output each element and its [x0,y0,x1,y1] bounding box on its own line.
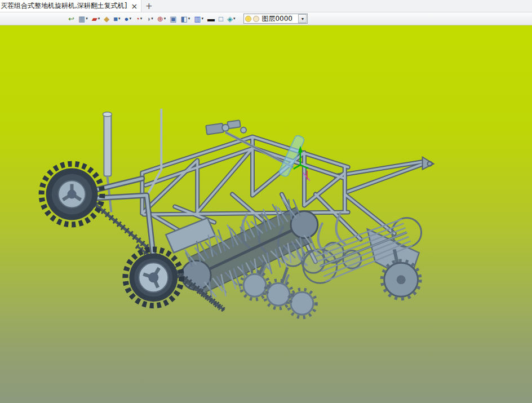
line-width-icon: ▬ [207,15,215,23]
model-viewport[interactable] [0,25,532,403]
hitch-drawbar [334,157,434,192]
layer-panel-icon-button[interactable]: ◈▾ [225,13,237,24]
layer-color-swatch-icon [253,16,259,22]
zoom-window-icon: ▣ [170,15,176,23]
shaded-view-icon-button[interactable]: ●▾ [123,13,133,24]
zoom-target-icon: ⊕ [157,15,163,23]
zoom-window-icon-button[interactable]: ▣ [168,13,178,24]
solid-view-icon-button[interactable]: ■▾ [112,13,122,24]
front-left-wheel [125,249,181,305]
zoom-target-icon-button[interactable]: ⊕▾ [156,13,167,24]
line-width-icon-button[interactable]: ▬ [206,13,216,24]
solid-view-icon: ■ [113,15,118,23]
dropdown-arrow-icon[interactable]: ▾ [98,16,100,21]
rotate-view-icon: ◔ [135,15,140,23]
layer-dropdown-arrow-icon[interactable]: ▾ [298,14,307,23]
tab-title: 灭茬组合式整地机旋耕机,深耕翻土复式机] [1,1,127,11]
dropdown-arrow-icon[interactable]: ▾ [129,16,131,21]
plane-icon: □ [219,15,223,23]
layer-visibility-bulb-icon[interactable] [245,16,251,22]
save-icon-button[interactable]: ▦▾ [77,13,90,24]
shaded-view-icon: ● [125,15,129,23]
layer-selector[interactable]: 图层0000 ▾ [243,14,308,24]
tab-close-icon[interactable]: × [131,2,138,10]
fit-window-icon-button[interactable]: ◧▾ [179,13,192,24]
dropdown-arrow-icon[interactable]: ▾ [188,16,190,21]
dropdown-arrow-icon[interactable]: ▾ [164,16,166,21]
material-cube-icon-button[interactable]: ◆ [102,13,111,24]
dropdown-arrow-icon[interactable]: ▾ [118,16,121,21]
material-cube-icon: ◆ [104,15,109,23]
paint-render-icon: ▰ [92,15,97,23]
dropdown-arrow-icon[interactable]: ▾ [202,16,204,21]
rotate-view-icon-button[interactable]: ◔▾ [134,13,144,24]
tab-bar: 灭茬组合式整地机旋耕机,深耕翻土复式机] × + [0,0,532,12]
exit-icon-button[interactable]: ↩ [66,13,76,24]
dropdown-arrow-icon[interactable]: ▾ [86,16,88,21]
toolbar: ↩▦▾▰▾◆■▾●▾◔▾◑▾⊕▾▣◧▾▥▾▬□◈▾ 图层0000 ▾ [0,12,532,25]
dropdown-arrow-icon[interactable]: ▾ [233,16,236,21]
plane-icon-button[interactable]: □ [217,13,225,24]
fit-window-icon: ◧ [180,15,187,23]
dropdown-arrow-icon[interactable]: ▾ [140,16,143,21]
dropdown-arrow-icon[interactable]: ▾ [151,16,153,21]
new-tab-button[interactable]: + [141,0,156,12]
toolbar-icons: ↩▦▾▰▾◆■▾●▾◔▾◑▾⊕▾▣◧▾▥▾▬□◈▾ [66,13,237,24]
display-config-icon-button[interactable]: ▥▾ [192,13,205,24]
save-icon: ▦ [78,15,85,23]
app-window: 灭茬组合式整地机旋耕机,深耕翻土复式机] × + ↩▦▾▰▾◆■▾●▾◔▾◑▾⊕… [0,0,532,403]
layer-name: 图层0000 [261,14,298,24]
pan-view-icon-button[interactable]: ◑▾ [144,13,154,24]
display-config-icon: ▥ [194,15,201,23]
exit-icon: ↩ [68,15,74,23]
layer-panel-icon: ◈ [227,15,233,23]
document-tab[interactable]: 灭茬组合式整地机旋耕机,深耕翻土复式机] × [0,0,141,12]
rear-left-wheel [42,164,103,225]
paint-render-icon-button[interactable]: ▰▾ [90,13,102,24]
model-3d-machine [0,25,532,403]
pan-view-icon: ◑ [146,15,150,23]
